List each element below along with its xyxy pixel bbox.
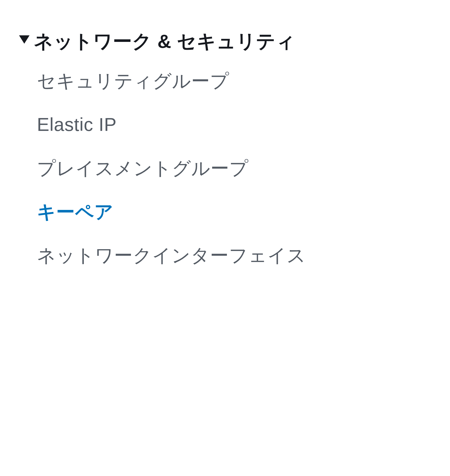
- section-header-network-security[interactable]: ネットワーク & セキュリティ: [19, 29, 431, 54]
- sidebar-item-elastic-ip[interactable]: Elastic IP: [37, 112, 431, 137]
- sidebar-item-key-pairs[interactable]: キーペア: [37, 200, 431, 224]
- nav-items-list: セキュリティグループ Elastic IP プレイスメントグループ キーペア ネ…: [19, 69, 431, 268]
- sidebar-item-network-interfaces[interactable]: ネットワークインターフェイス: [37, 243, 431, 268]
- caret-down-icon: [19, 35, 30, 45]
- sidebar-nav-section: ネットワーク & セキュリティ セキュリティグループ Elastic IP プレ…: [19, 29, 431, 268]
- sidebar-item-security-groups[interactable]: セキュリティグループ: [37, 69, 431, 94]
- section-title: ネットワーク & セキュリティ: [34, 29, 296, 54]
- sidebar-item-placement-groups[interactable]: プレイスメントグループ: [37, 156, 431, 181]
- svg-marker-0: [19, 35, 30, 44]
